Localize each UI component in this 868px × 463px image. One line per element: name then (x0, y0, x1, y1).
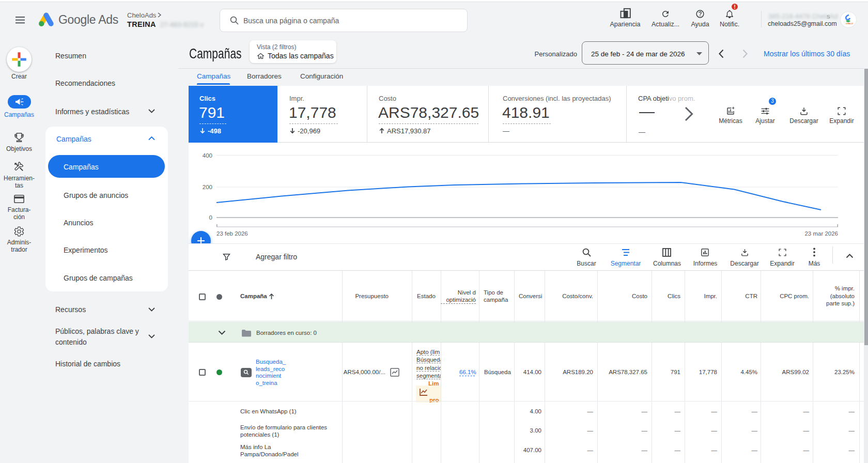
svg-text:23 mar 2026: 23 mar 2026 (804, 230, 838, 237)
svg-text:0: 0 (209, 214, 212, 221)
svg-text:400: 400 (203, 152, 212, 159)
svg-text:23 feb 2026: 23 feb 2026 (216, 230, 248, 237)
svg-text:CHELO: CHELO (846, 22, 853, 25)
svg-text:200: 200 (203, 184, 212, 190)
